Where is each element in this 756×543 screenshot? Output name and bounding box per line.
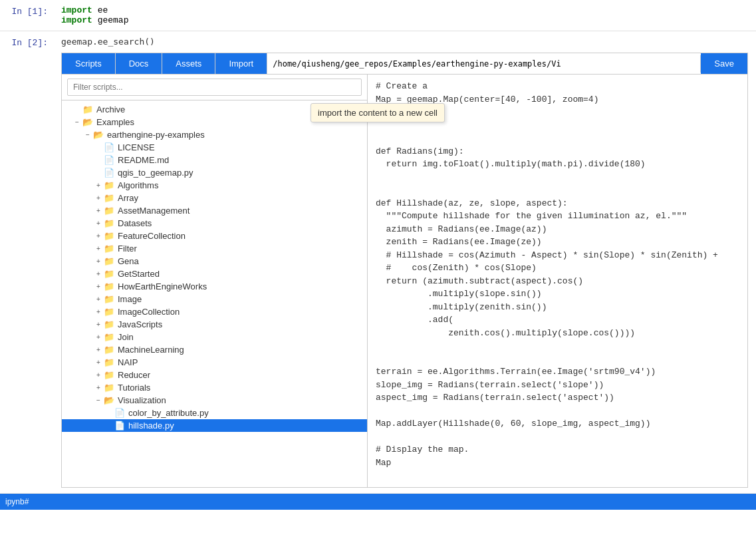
notebook-container: In [1]: import ee import geemap In [2]: … (0, 0, 756, 543)
docs-button[interactable]: Docs (116, 53, 163, 74)
tree-item-gena[interactable]: + 📁 Gena (62, 255, 367, 268)
tree-item-machinelearning[interactable]: + 📁 MachineLearning (62, 343, 367, 356)
folder-archive-icon: 📁 (82, 105, 94, 114)
tree-item-readme[interactable]: 📄 README.md (62, 154, 367, 166)
image-label: Image (118, 294, 142, 304)
expand-license-icon (94, 143, 103, 152)
javascripts-label: JavaScripts (118, 319, 162, 329)
filter-scripts-input[interactable] (67, 79, 362, 96)
expand-howearth-icon: + (94, 282, 103, 291)
folder-javascripts-icon: 📁 (103, 320, 115, 329)
code-editor[interactable]: # Create a Map = geemap.Map(center=[40, … (368, 75, 747, 487)
expand-archive-icon (72, 105, 82, 114)
expand-algorithms-icon: + (94, 181, 103, 190)
tree-item-visualization[interactable]: − 📂 Visualization (62, 394, 367, 407)
tree-item-filter[interactable]: + 📁 Filter (62, 242, 367, 255)
file-tree-sidebar[interactable]: 📁 Archive − 📂 Examples − (62, 75, 368, 487)
cell-2-code: geemap.ee_search() (61, 37, 155, 47)
expand-getstarted-icon: + (94, 270, 103, 279)
tutorials-label: Tutorials (118, 383, 150, 393)
file-license-icon: 📄 (103, 143, 115, 152)
tree-item-join[interactable]: + 📁 Join (62, 331, 367, 343)
status-text: ipynb# (5, 497, 29, 506)
tree-item-color-by-attribute[interactable]: 📄 color_by_attribute.py (62, 407, 367, 419)
tree-item-license[interactable]: 📄 LICENSE (62, 141, 367, 154)
folder-visualization-icon: 📂 (103, 396, 115, 405)
import-tooltip: import the content to a new cell (311, 103, 445, 122)
expand-visualization-icon: − (94, 396, 103, 405)
algorithms-label: Algorithms (118, 180, 158, 190)
file-tree: 📁 Archive − 📂 Examples − (62, 100, 367, 435)
tree-item-datasets[interactable]: + 📁 Datasets (62, 217, 367, 230)
tree-item-image[interactable]: + 📁 Image (62, 293, 367, 305)
folder-howearth-icon: 📁 (103, 282, 115, 291)
cell-2: In [2]: geemap.ee_search() Scripts Docs … (0, 31, 756, 494)
assets-button[interactable]: Assets (162, 53, 215, 74)
expand-qgis-icon (94, 168, 103, 178)
tree-item-getstarted[interactable]: + 📁 GetStarted (62, 268, 367, 280)
array-label: Array (118, 193, 138, 203)
tree-item-javascripts[interactable]: + 📁 JavaScripts (62, 318, 367, 331)
folder-earthengine-icon: 📂 (92, 130, 104, 140)
save-button[interactable]: Save (701, 53, 747, 74)
expand-readme-icon (94, 156, 103, 165)
tree-item-algorithms[interactable]: + 📁 Algorithms (62, 179, 367, 192)
filter-label: Filter (118, 244, 137, 254)
color-by-attribute-label: color_by_attribute.py (128, 408, 209, 418)
expand-reducer-icon: + (94, 371, 103, 380)
tree-item-assetmanagement[interactable]: + 📁 AssetManagement (62, 204, 367, 217)
machinelearning-label: MachineLearning (118, 345, 184, 355)
folder-tutorials-icon: 📁 (103, 383, 115, 393)
expand-featurecollection-icon: + (94, 232, 103, 241)
folder-join-icon: 📁 (103, 333, 115, 342)
tree-item-imagecollection[interactable]: + 📁 ImageCollection (62, 305, 367, 318)
import-button[interactable]: Import (215, 53, 267, 74)
tree-item-array[interactable]: + 📁 Array (62, 192, 367, 204)
datasets-label: Datasets (118, 218, 152, 228)
cell-1-label: In [1]: (0, 0, 53, 31)
archive-label: Archive (96, 104, 125, 114)
imagecollection-label: ImageCollection (118, 307, 180, 317)
expand-javascripts-icon: + (94, 320, 103, 329)
scripts-button[interactable]: Scripts (62, 53, 116, 74)
getstarted-label: GetStarted (118, 269, 160, 279)
hillshade-label: hillshade.py (128, 421, 174, 431)
qgis-label: qgis_to_geemap.py (118, 168, 193, 178)
filter-wrap (62, 75, 367, 100)
file-qgis-icon: 📄 (103, 168, 115, 178)
tree-item-featurecollection[interactable]: + 📁 FeatureCollection (62, 230, 367, 242)
visualization-label: Visualization (118, 395, 166, 405)
tree-item-naip[interactable]: + 📁 NAIP (62, 356, 367, 369)
expand-assetmanagement-icon: + (94, 206, 103, 216)
folder-array-icon: 📁 (103, 194, 115, 203)
folder-reducer-icon: 📁 (103, 371, 115, 380)
folder-gena-icon: 📁 (103, 257, 115, 266)
expand-imagecollection-icon: + (94, 307, 103, 317)
tree-item-tutorials[interactable]: + 📁 Tutorials (62, 381, 367, 394)
license-label: LICENSE (118, 142, 155, 152)
expand-array-icon: + (94, 194, 103, 203)
cell-2-content: geemap.ee_search() Scripts Docs Assets I… (53, 31, 756, 493)
file-hillshade-icon: 📄 (114, 421, 126, 431)
expand-gena-icon: + (94, 257, 103, 266)
module-ee: ee (98, 5, 108, 15)
search-toolbar: Scripts Docs Assets Import Save (62, 53, 747, 75)
expand-filter-icon: + (94, 244, 103, 254)
expand-color-icon (104, 409, 114, 418)
tree-item-qgis[interactable]: 📄 qgis_to_geemap.py (62, 166, 367, 179)
tree-item-reducer[interactable]: + 📁 Reducer (62, 369, 367, 381)
folder-examples-icon: 📂 (82, 118, 94, 127)
assetmanagement-label: AssetManagement (118, 206, 189, 216)
tree-item-howearth[interactable]: + 📁 HowEarthEngineWorks (62, 280, 367, 293)
expand-join-icon: + (94, 333, 103, 342)
path-input[interactable] (267, 55, 701, 73)
folder-featurecollection-icon: 📁 (103, 232, 115, 241)
cell-1-content: import ee import geemap (53, 0, 756, 31)
gena-label: Gena (118, 256, 139, 266)
expand-datasets-icon: + (94, 219, 103, 228)
expand-tutorials-icon: + (94, 383, 103, 393)
tree-item-earthengine[interactable]: − 📂 earthengine-py-examples (62, 128, 367, 141)
tree-item-hillshade[interactable]: 📄 hillshade.py (62, 419, 367, 432)
import-keyword-2: import (61, 15, 92, 25)
expand-earthengine-icon: − (83, 130, 92, 140)
